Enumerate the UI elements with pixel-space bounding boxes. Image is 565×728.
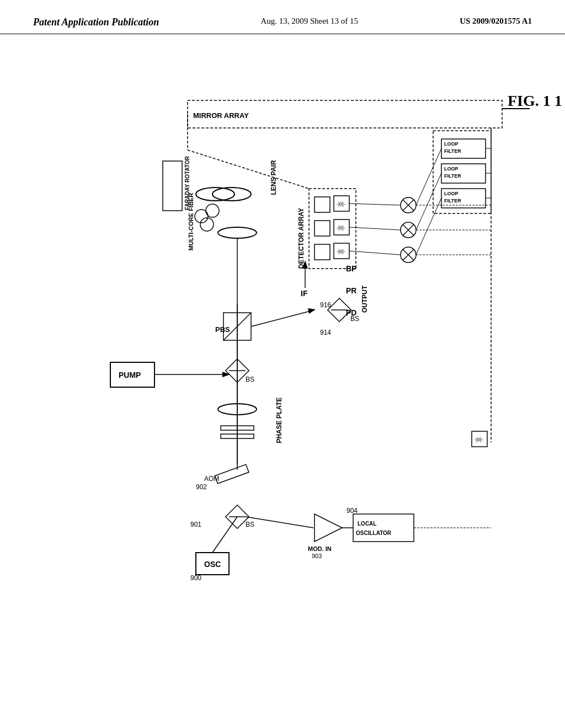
det-box-1: [315, 197, 330, 212]
n902-label: 902: [196, 483, 207, 491]
faraday-label: FARADAY ROTATOR: [184, 156, 190, 210]
sheet-info: Aug. 13, 2009 Sheet 13 of 15: [260, 17, 358, 26]
svg-line-22: [349, 251, 401, 255]
local-oscillator-box: [353, 514, 414, 542]
aom-label: AOM: [204, 475, 219, 483]
aom-element: [215, 464, 249, 484]
page: Patent Application Publication Aug. 13, …: [0, 0, 565, 728]
fiber-circle-2: [206, 204, 219, 217]
n900-label: 900: [190, 574, 201, 582]
svg-line-14: [416, 148, 441, 205]
faraday-box: [163, 161, 182, 211]
pump-label: PUMP: [119, 371, 141, 379]
pr-label: PR: [346, 286, 356, 295]
bp-label: BP: [346, 264, 356, 273]
figure-title: FIG. 1 1: [508, 92, 562, 109]
local-oscillator-label-2: OSCILLATOR: [356, 530, 392, 536]
n914-label: 914: [320, 329, 331, 336]
svg-marker-37: [222, 372, 230, 377]
bs-output-label: BS: [350, 315, 359, 323]
svg-marker-33: [308, 308, 316, 314]
bs-lower-label: BS: [246, 521, 254, 528]
lens-lower: [218, 227, 257, 238]
if-label: IF: [301, 289, 308, 298]
svg-line-20: [349, 204, 401, 205]
mod-in-symbol: [315, 514, 342, 542]
detector-array-label: DETECTOR ARRAY: [297, 208, 305, 269]
svg-line-46: [246, 517, 313, 528]
pbs-label: PBS: [215, 325, 230, 334]
diagram-area: FIG. 1 1 MIRROR ARRAY LOOP FILTER LOOP F…: [0, 34, 565, 718]
svg-line-49: [188, 150, 309, 189]
svg-line-15: [416, 173, 441, 230]
svg-line-21: [349, 227, 401, 230]
local-oscillator-label-1: LOCAL: [358, 521, 376, 527]
svg-text:-|0|-: -|0|-: [337, 225, 345, 231]
osc-label: OSC: [204, 560, 221, 569]
publication-title: Patent Application Publication: [33, 17, 159, 28]
lens-upper-2: [212, 188, 251, 201]
patent-diagram: FIG. 1 1 MIRROR ARRAY LOOP FILTER LOOP F…: [0, 34, 565, 718]
n916-label: 916: [320, 301, 331, 309]
svg-text:FILTER: FILTER: [444, 148, 461, 154]
svg-text:FILTER: FILTER: [444, 198, 461, 204]
det-box-3: [315, 221, 330, 236]
svg-line-32: [251, 310, 315, 326]
n903-label: 903: [312, 553, 322, 559]
mod-in-label: MOD. IN: [308, 545, 332, 552]
phase-plate-label: PHASE PLATE: [275, 397, 283, 443]
mirror-array-label: MIRROR ARRAY: [193, 111, 249, 120]
svg-line-16: [416, 198, 441, 255]
n901-label: 901: [190, 521, 201, 528]
svg-text:-|0|-: -|0|-: [337, 249, 345, 254]
svg-line-45: [212, 517, 237, 553]
output-label: OUTPUT: [361, 285, 369, 313]
svg-text:LOOP: LOOP: [444, 141, 459, 147]
patent-number: US 2009/0201575 A1: [460, 17, 532, 26]
svg-text:LOOP: LOOP: [444, 166, 459, 172]
bs-pump-label: BS: [246, 376, 254, 383]
svg-text:-|0|-: -|0|-: [475, 437, 483, 442]
bs-output: [328, 298, 351, 322]
svg-text:-|0|-: -|0|-: [337, 201, 345, 207]
lens-upper-1: [196, 188, 234, 201]
n904-label: 904: [347, 507, 358, 515]
det-box-5: [315, 244, 330, 260]
svg-text:FILTER: FILTER: [444, 173, 461, 179]
page-header: Patent Application Publication Aug. 13, …: [0, 0, 565, 34]
svg-text:LOOP: LOOP: [444, 191, 459, 196]
